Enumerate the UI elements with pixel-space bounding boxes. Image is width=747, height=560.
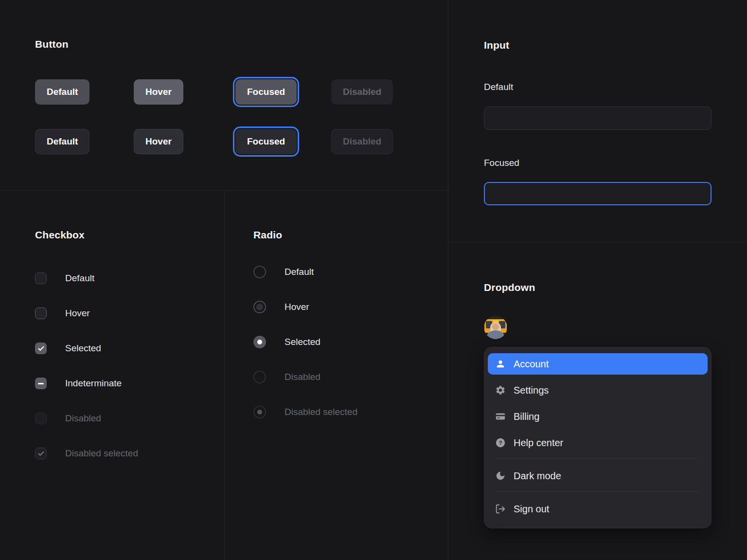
menu-item-settings[interactable]: Settings [488,377,708,403]
checkbox-hover[interactable] [35,307,47,319]
button-solid-disabled: Disabled [331,79,393,105]
dropdown-menu: AccountSettingsBilling?Help centerDark m… [484,347,711,528]
text-input-default[interactable] [484,107,711,130]
user-icon [495,359,506,369]
menu-divider [498,491,698,492]
menu-item-help-center[interactable]: ?Help center [488,430,708,456]
checkbox-indeterminate[interactable] [35,378,47,389]
component-showcase: Button DefaultHoverFocusedDisabledDefaul… [0,0,747,560]
radio-label: Selected [285,336,320,348]
minus-icon [38,383,44,384]
input-focused-label: Focused [484,158,519,168]
checkbox-label: Default [65,272,94,285]
gear-icon [495,385,506,396]
radio-dot [257,410,262,415]
radio-default[interactable] [253,266,266,278]
menu-item-account[interactable]: Account [488,353,708,375]
input-default-label: Default [484,82,513,92]
button-section: Button DefaultHoverFocusedDisabledDefaul… [0,0,448,190]
button-subtle-default[interactable]: Default [35,129,89,154]
radio-selected[interactable] [253,336,266,348]
button-subtle-disabled: Disabled [331,129,393,154]
help-circle-icon: ? [495,437,506,448]
text-input-focused[interactable] [484,182,711,205]
menu-divider [498,458,698,459]
checkbox-row-selected: Selected [35,342,101,355]
dropdown-section: Dropdown AccountSettingsBilling?Hel [448,242,747,560]
checkbox-disabled-selected [35,448,47,459]
menu-item-billing[interactable]: Billing [488,403,708,430]
menu-item-label: Dark mode [514,470,561,482]
checkbox-label: Selected [65,342,101,355]
checkbox-row-indeterminate: Indeterminate [35,377,122,390]
radio-row-hover: Hover [253,301,309,313]
radio-row-disabled: Disabled [253,371,320,383]
menu-item-dark-mode[interactable]: Dark mode [488,463,708,489]
menu-item-label: Sign out [514,504,549,515]
radio-label: Hover [285,301,309,313]
checkbox-label: Hover [65,307,90,320]
radio-disabled [253,371,266,383]
radio-dot [256,304,263,310]
menu-item-label: Account [514,359,549,370]
avatar-image [484,316,507,339]
input-section: Input Default Focused [448,0,747,242]
checkbox-row-hover: Hover [35,307,90,320]
checkbox-row-disabled: Disabled [35,412,101,425]
checkbox-disabled [35,413,47,424]
radio-section-title: Radio [253,229,282,241]
checkbox-label: Indeterminate [65,377,122,390]
dropdown-section-title: Dropdown [484,281,535,294]
check-icon [37,450,45,457]
sign-out-icon [495,504,506,514]
input-section-title: Input [484,39,509,52]
checkbox-section: Checkbox DefaultHoverSelectedIndetermina… [0,190,224,560]
button-solid-focused[interactable]: Focused [235,79,297,105]
checkbox-default[interactable] [35,272,47,284]
check-icon [37,345,45,352]
checkbox-section-title: Checkbox [35,229,85,241]
checkbox-selected[interactable] [35,343,47,354]
radio-row-selected: Selected [253,336,320,348]
user-avatar[interactable] [484,316,507,339]
radio-dot [257,340,262,344]
radio-disabled-selected [253,406,266,418]
menu-item-label: Billing [514,411,539,422]
button-subtle-focused[interactable]: Focused [235,129,297,154]
credit-card-icon [495,411,506,422]
moon-icon [495,470,506,481]
button-section-title: Button [35,38,69,51]
menu-item-sign-out[interactable]: Sign out [488,496,708,522]
menu-item-label: Settings [514,385,549,396]
menu-item-label: Help center [514,437,563,449]
svg-text:?: ? [499,440,502,446]
checkbox-label: Disabled [65,412,101,425]
radio-label: Default [285,266,314,278]
radio-label: Disabled [285,371,320,383]
button-subtle-hover[interactable]: Hover [134,129,183,154]
radio-row-default: Default [253,266,314,278]
radio-label: Disabled selected [285,406,357,418]
radio-row-disabled-selected: Disabled selected [253,406,357,418]
checkbox-row-default: Default [35,272,94,285]
checkbox-row-disabled-selected: Disabled selected [35,447,138,460]
checkbox-label: Disabled selected [65,447,138,460]
radio-hover[interactable] [253,301,266,313]
button-solid-hover[interactable]: Hover [134,79,183,105]
button-solid-default[interactable]: Default [35,79,89,105]
radio-section: Radio DefaultHoverSelectedDisabledDisabl… [224,190,448,560]
